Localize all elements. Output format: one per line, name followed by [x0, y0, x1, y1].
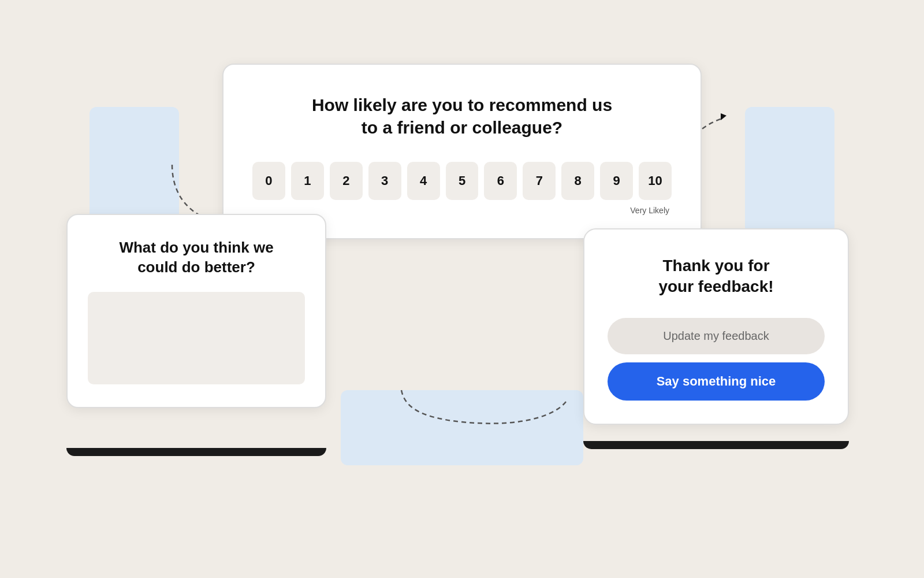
nps-scale: 0 1 2 3 4 5 6 7 8 9 10 [252, 162, 672, 200]
nps-btn-6[interactable]: 6 [484, 162, 517, 200]
nps-btn-9[interactable]: 9 [600, 162, 633, 200]
nps-btn-10[interactable]: 10 [639, 162, 672, 200]
nps-btn-2[interactable]: 2 [330, 162, 363, 200]
nps-question-line2: to a friend or colleague? [362, 118, 562, 137]
nps-btn-8[interactable]: 8 [561, 162, 594, 200]
followup-question: What do you think we could do better? [88, 238, 305, 277]
followup-card: What do you think we could do better? [66, 214, 326, 408]
deco-blue-bottom [341, 390, 583, 465]
thankyou-title-line2: your feedback! [658, 277, 773, 295]
nps-btn-3[interactable]: 3 [368, 162, 401, 200]
thankyou-card: Thank you for your feedback! Update my f… [583, 228, 849, 425]
nps-label-very-likely: Very Likely [630, 206, 669, 215]
thankyou-bottom-bar [583, 441, 849, 449]
thankyou-title: Thank you for your feedback! [608, 255, 825, 298]
say-something-nice-button[interactable]: Say something nice [608, 362, 825, 401]
followup-question-line1: What do you think we [119, 239, 273, 256]
nps-btn-4[interactable]: 4 [407, 162, 440, 200]
deco-blue-right [745, 107, 834, 234]
nps-btn-7[interactable]: 7 [523, 162, 556, 200]
followup-textarea[interactable] [88, 292, 305, 384]
nps-question: How likely are you to recommend us to a … [252, 94, 672, 139]
nps-question-line1: How likely are you to recommend us [312, 95, 612, 114]
update-feedback-button[interactable]: Update my feedback [608, 318, 825, 354]
nps-btn-1[interactable]: 1 [291, 162, 324, 200]
followup-bottom-bar [66, 448, 326, 456]
svg-marker-0 [721, 113, 726, 120]
thankyou-title-line1: Thank you for [662, 257, 769, 275]
followup-question-line2: could do better? [137, 258, 255, 276]
nps-btn-5[interactable]: 5 [446, 162, 479, 200]
nps-card: How likely are you to recommend us to a … [222, 64, 702, 239]
nps-btn-0[interactable]: 0 [252, 162, 285, 200]
